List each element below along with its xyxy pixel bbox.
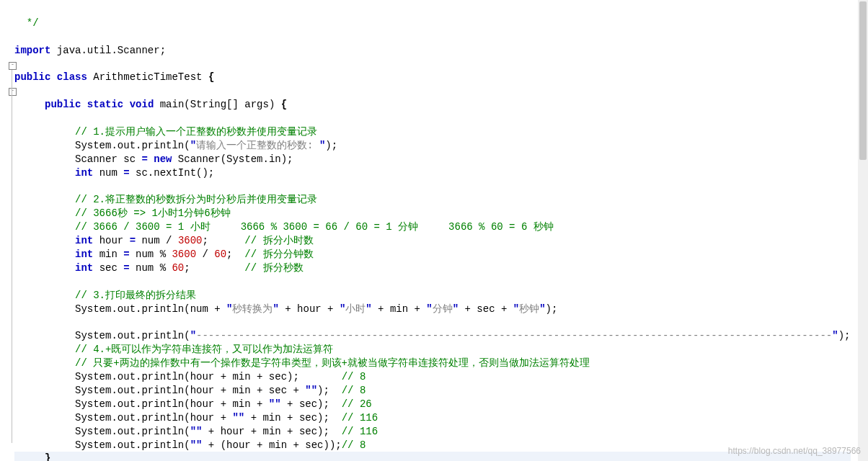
keyword-void: void: [130, 99, 154, 110]
scrollbar-thumb[interactable]: [859, 1, 867, 160]
comment-min: // 拆分分钟数: [244, 249, 313, 260]
fold-line: [12, 70, 12, 443]
op-eq: =: [123, 249, 129, 260]
string-quote: ": [426, 303, 432, 315]
code-line: System.out.println(: [75, 439, 190, 451]
code-line: System.out.println(hour + min + sec);: [75, 371, 342, 382]
code-line: System.out.println(: [75, 140, 190, 151]
code-line: num %: [130, 249, 172, 260]
op-eq: =: [123, 262, 129, 274]
code-line: sec: [93, 262, 123, 274]
code-line: + min +: [372, 303, 427, 315]
code-line: num %: [130, 262, 172, 274]
string-literal: "": [269, 398, 281, 410]
code-editor[interactable]: */ import java.util.Scanner; public clas…: [14, 0, 851, 461]
keyword-int: int: [75, 167, 93, 179]
string-quote: ": [539, 303, 545, 315]
code-line: System.out.println(num +: [75, 303, 226, 315]
string-literal: 分钟: [433, 303, 453, 315]
code-line: System.out.println(hour + min +: [75, 398, 269, 410]
code-line: ;: [202, 235, 244, 246]
string-literal: "": [190, 439, 203, 451]
keyword-static: static: [87, 99, 123, 110]
code-line: );: [317, 385, 342, 396]
string-quote: ": [273, 303, 278, 315]
comment-1: // 1.提示用户输入一个正整数的秒数并使用变量记录: [75, 126, 317, 138]
comment-result: // 116: [342, 412, 378, 424]
string-quote: ": [190, 140, 196, 151]
string-literal: "": [232, 412, 244, 424]
code-line: + min + sec);: [244, 412, 341, 424]
string-quote: ": [366, 303, 371, 315]
code-line: Scanner(System.in);: [172, 153, 293, 165]
comment-4b: // 只要+两边的操作数中有一个操作数是字符串类型，则该+就被当做字符串连接符处…: [75, 357, 590, 369]
import-statement: java.util.Scanner;: [50, 45, 166, 56]
comment-sec: // 拆分秒数: [244, 262, 303, 274]
watermark-text: https://blog.csdn.net/qq_38977566: [728, 445, 861, 457]
op-eq: =: [130, 235, 136, 246]
number-literal: 60: [172, 262, 184, 274]
comment-result: // 8: [342, 385, 366, 396]
op-eq: =: [123, 167, 129, 179]
code-line: ;: [184, 262, 244, 274]
comment-result: // 8: [342, 371, 366, 382]
code-line: System.out.println(hour +: [75, 412, 232, 424]
brace-close: }: [45, 452, 50, 461]
code-line: + hour +: [279, 303, 340, 315]
comment-end: */: [14, 17, 39, 29]
number-literal: 3600: [172, 249, 196, 260]
current-line-highlight: }: [14, 452, 851, 461]
comment-result: // 116: [342, 426, 378, 437]
comment-2a: // 2.将正整数的秒数拆分为时分秒后并使用变量记录: [75, 194, 317, 205]
code-line: System.out.println(hour + min + sec +: [75, 385, 305, 396]
string-quote: ": [453, 303, 459, 315]
comment-hour: // 拆分小时数: [244, 235, 313, 246]
comment-2b: // 3666秒 => 1小时1分钟6秒钟: [75, 207, 231, 219]
string-literal: 小时: [345, 303, 366, 315]
code-line: + hour + min + sec);: [202, 426, 341, 437]
code-line: System.out.println(: [75, 426, 190, 437]
code-line: Scanner sc: [75, 153, 141, 165]
code-line: num: [93, 167, 123, 179]
string-quote: ": [832, 330, 838, 341]
brace-open: {: [281, 99, 287, 110]
number-literal: 60: [214, 249, 226, 260]
comment-result: // 26: [342, 398, 372, 410]
vertical-scrollbar[interactable]: [858, 0, 868, 461]
code-line: /: [196, 249, 214, 260]
comment-4a: // 4.+既可以作为字符串连接符，又可以作为加法运算符: [75, 344, 333, 355]
keyword-new: new: [148, 153, 172, 165]
keyword-int: int: [75, 249, 93, 260]
code-line: + (hour + min + sec));: [202, 439, 341, 451]
code-line: + sec +: [459, 303, 513, 315]
string-quote: ": [190, 330, 196, 341]
number-literal: 3600: [178, 235, 203, 246]
code-line: ;: [226, 249, 244, 260]
class-name: ArithmeticTimeTest: [87, 71, 208, 83]
keyword-int: int: [75, 262, 93, 274]
code-line: min: [93, 249, 123, 260]
keyword-class: class: [57, 71, 87, 83]
code-line: System.out.println(: [75, 330, 190, 341]
code-line: num /: [136, 235, 178, 246]
code-line: );: [546, 303, 558, 315]
string-literal: 秒钟: [519, 303, 539, 315]
keyword-public: public: [45, 99, 81, 110]
keyword-int: int: [75, 235, 93, 246]
string-literal: "": [190, 426, 203, 437]
string-quote: ": [513, 303, 519, 315]
string-literal: 秒转换为: [232, 303, 273, 315]
gutter: - -: [0, 0, 14, 461]
keyword-public: public: [14, 71, 50, 83]
keyword-import: import: [14, 45, 50, 56]
code-line: sc.nextInt();: [130, 167, 215, 179]
code-line: );: [838, 330, 851, 341]
string-literal: ----------------------------------------…: [196, 330, 832, 341]
op-eq: =: [141, 153, 147, 165]
comment-result: // 8: [342, 439, 366, 451]
comment-3: // 3.打印最终的拆分结果: [75, 290, 196, 301]
string-literal: "": [305, 385, 317, 396]
main-signature: main(String[] args): [154, 99, 280, 110]
comment-2c: // 3666 / 3600 = 1 小时 3666 % 3600 = 66 /…: [75, 221, 554, 233]
code-line: + sec);: [281, 398, 342, 410]
